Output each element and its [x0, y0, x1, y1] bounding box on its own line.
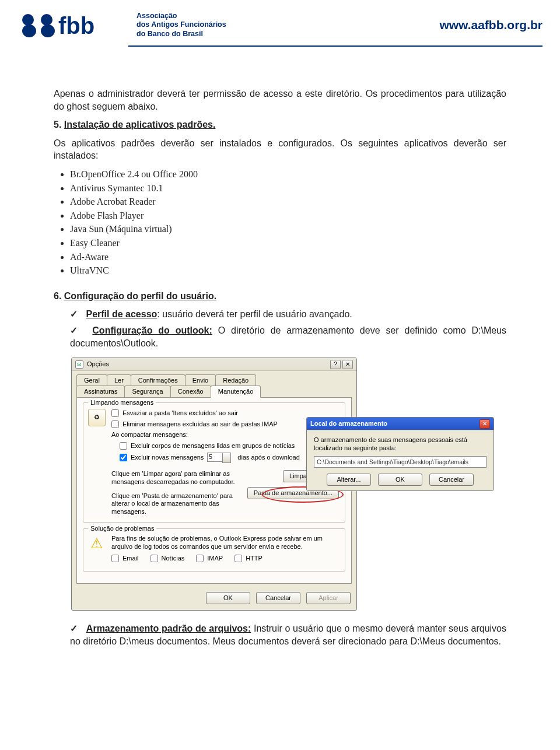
svg-point-2 — [41, 14, 52, 26]
close-button[interactable]: ✕ — [480, 419, 490, 429]
change-button[interactable]: Alterar... — [327, 474, 371, 486]
list-item: Adobe Acrobat Reader — [70, 195, 506, 208]
options-tabs: Geral Ler Confirmações Envio Redação Ass… — [72, 371, 356, 397]
warning-icon: ⚠ — [88, 535, 106, 552]
list-item: Antivirus Symantec 10.1 — [70, 182, 506, 195]
checkbox-log-imap[interactable]: IMAP — [196, 554, 223, 563]
group-legend: Solução de problemas — [88, 524, 156, 533]
options-footer-buttons: OK Cancelar Aplicar — [72, 588, 356, 610]
section-6-checklist-cont: Armazenamento padrão de arquivos: Instru… — [54, 622, 506, 647]
storage-body: O armazenamento de suas mensagens pessoa… — [307, 430, 494, 490]
hint-text-clean: Clique em 'Limpar agora' para eliminar a… — [111, 470, 240, 486]
tab-redacao[interactable]: Redação — [215, 374, 256, 386]
svg-text:fbb: fbb — [58, 13, 94, 38]
aafbb-logo-icon: fbb — [18, 10, 128, 40]
storage-title: Local do armazenamento — [310, 419, 387, 428]
list-item: Ad-Aware — [70, 251, 506, 264]
checkbox-log-http[interactable]: HTTP — [235, 554, 262, 563]
apply-button[interactable]: Aplicar — [306, 592, 351, 604]
apps-list: Br.OpenOffice 2.4 ou Office 2000 Antivir… — [54, 168, 506, 277]
ok-button[interactable]: OK — [378, 474, 422, 486]
org-name: Associação dos Antigos Funcionários do B… — [136, 12, 226, 39]
tab-assinaturas[interactable]: Assinaturas — [76, 385, 125, 397]
check-item-profile: Perfil de acesso: usuário deverá ter per… — [70, 308, 506, 321]
options-title: Opções — [87, 360, 109, 369]
page-header: fbb Associação dos Antigos Funcionários … — [0, 0, 560, 45]
checkbox-delete-imap[interactable]: Eliminar mensagens excluídas ao sair de … — [111, 420, 339, 429]
logo: fbb — [18, 10, 128, 40]
site-url: www.aafbb.org.br — [439, 18, 542, 32]
tab-geral[interactable]: Geral — [76, 374, 107, 386]
checkbox-empty-deleted[interactable]: Esvaziar a pasta 'Itens excluídos' ao sa… — [111, 409, 339, 418]
storage-titlebar: Local do armazenamento ✕ — [307, 418, 494, 430]
svg-rect-1 — [22, 24, 36, 37]
tab-confirmacoes[interactable]: Confirmações — [131, 374, 186, 386]
list-item: UltraVNC — [70, 264, 506, 277]
intro-paragraph: Apenas o administrador deverá ter permis… — [54, 87, 506, 113]
checkbox-log-news[interactable]: Notícias — [150, 554, 185, 563]
tab-conexao[interactable]: Conexão — [170, 385, 211, 397]
cancel-button[interactable]: Cancelar — [429, 474, 474, 486]
check-item-storage: Armazenamento padrão de arquivos: Instru… — [70, 622, 506, 647]
outlook-options-screenshot: ✉ Opções ? ✕ Geral Ler Confirmações Envi… — [71, 358, 427, 611]
ok-button[interactable]: OK — [206, 592, 250, 604]
options-titlebar: ✉ Opções ? ✕ — [72, 358, 356, 371]
tab-envio[interactable]: Envio — [185, 374, 216, 386]
checkbox-log-email[interactable]: Email — [111, 554, 139, 563]
check-item-outlook: Configuração do outlook: O diretório de … — [70, 324, 506, 349]
cancel-button[interactable]: Cancelar — [256, 592, 300, 604]
help-button[interactable]: ? — [330, 360, 341, 369]
list-item: Br.OpenOffice 2.4 ou Office 2000 — [70, 168, 506, 181]
window-icon: ✉ — [75, 360, 83, 369]
group-legend: Limpando mensagens — [88, 398, 156, 407]
tab-seguranca[interactable]: Segurança — [124, 385, 170, 397]
section-6-checklist: Perfil de acesso: usuário deverá ter per… — [54, 308, 506, 349]
group-troubleshoot: Solução de problemas ⚠ Para fins de solu… — [83, 528, 345, 572]
tab-manutencao[interactable]: Manutenção — [211, 385, 261, 398]
storage-location-window: Local do armazenamento ✕ O armazenamento… — [306, 417, 494, 491]
tab-ler[interactable]: Ler — [107, 374, 131, 386]
storage-path-field[interactable]: C:\Documents and Settings\Tiago\Desktop\… — [314, 456, 487, 468]
list-item: Adobe Flash Player — [70, 209, 506, 222]
compact-label: Ao compactar mensagens: — [111, 430, 339, 439]
list-item: Easy Cleaner — [70, 237, 506, 250]
section-6-heading: 6. Configuração do perfil do usuário. — [54, 290, 506, 303]
section-5-heading: 5. Instalação de aplicativos padrões. — [54, 118, 506, 131]
svg-rect-3 — [41, 24, 55, 37]
days-spinner[interactable]: 5 — [207, 453, 223, 462]
section-5-intro: Os aplicativos padrões deverão ser insta… — [54, 137, 506, 162]
storage-text: O armazenamento de suas mensagens pessoa… — [314, 436, 487, 453]
close-button[interactable]: ✕ — [342, 360, 353, 369]
recycle-icon: ♻ — [88, 409, 106, 426]
svg-point-0 — [22, 14, 34, 26]
troubleshoot-text: Para fins de solução de problemas, o Out… — [111, 535, 339, 551]
list-item: Java Sun (Máquina virtual) — [70, 223, 506, 236]
hint-text-store: Clique em 'Pasta de armazenamento' para … — [111, 492, 240, 516]
document-body: Apenas o administrador deverá ter permis… — [0, 47, 560, 673]
